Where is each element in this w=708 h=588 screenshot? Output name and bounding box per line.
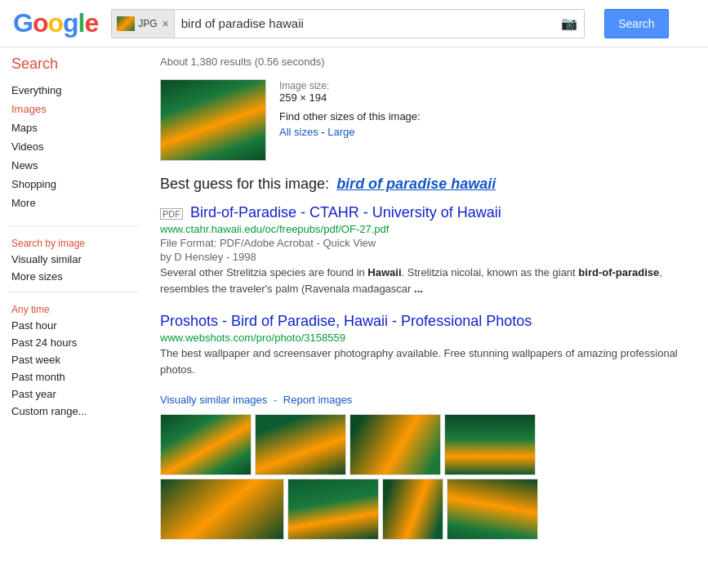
image-grid-row-2 [160, 479, 695, 540]
search-result-2: Proshots - Bird of Paradise, Hawaii - Pr… [160, 313, 695, 377]
sidebar-item-more-sizes[interactable]: More sizes [8, 268, 139, 285]
time-past-month[interactable]: Past month [8, 368, 139, 385]
similar-image-7[interactable] [382, 479, 443, 540]
queried-image-preview[interactable] [160, 79, 266, 161]
sidebar-item-everything[interactable]: Everything [8, 81, 139, 100]
similar-image-5[interactable] [160, 479, 284, 540]
result-1-snippet: Several other Strelitzia species are fou… [160, 265, 695, 296]
result-2-title: Proshots - Bird of Paradise, Hawaii - Pr… [160, 313, 695, 330]
time-past-year[interactable]: Past year [8, 385, 139, 403]
result-2-url: www.webshots.com/pro/photo/3158559 [160, 332, 695, 344]
similar-image-1[interactable] [160, 414, 252, 475]
search-bar: JPG × 📷 [111, 9, 585, 38]
result-1-by: by D Hensley - 1998 [160, 251, 695, 263]
time-past-hour[interactable]: Past hour [8, 317, 139, 334]
best-guess-link[interactable]: bird of paradise hawaii [336, 176, 496, 192]
result-2-snippet: The best wallpaper and screensaver photo… [160, 345, 695, 377]
report-images-link[interactable]: Report images [283, 394, 353, 406]
sidebar-item-videos[interactable]: Videos [8, 137, 139, 156]
image-info-box: Image size: 259 × 194 Find other sizes o… [160, 79, 695, 161]
time-past-24-hours[interactable]: Past 24 hours [8, 334, 139, 351]
similar-image-6[interactable] [287, 479, 379, 540]
header: Google JPG × 📷 Search [0, 0, 708, 47]
sidebar-item-maps[interactable]: Maps [8, 118, 139, 137]
find-other-links: All sizes - Large [279, 126, 421, 138]
pdf-tag: PDF [160, 208, 183, 220]
content: About 1,380 results (0.56 seconds) Image… [147, 56, 708, 543]
image-size-value: 259 × 194 [279, 91, 421, 104]
search-button[interactable]: Search [604, 9, 668, 38]
large-link[interactable]: Large [327, 126, 354, 138]
result-1-meta: File Format: PDF/Adobe Acrobat - Quick V… [160, 237, 695, 249]
thumbnail-image [117, 16, 135, 31]
search-thumbnail: JPG × [112, 10, 175, 38]
result-1-title: PDF Bird-of-Paradise - CTAHR - Universit… [160, 204, 695, 221]
google-logo[interactable]: Google [13, 8, 98, 38]
similar-image-2[interactable] [255, 414, 346, 475]
image-grid-row-1 [160, 414, 695, 475]
best-guess-prefix: Best guess for this image: [160, 176, 329, 192]
sidebar: Search Everything Images Maps Videos New… [0, 56, 147, 543]
result-1-url: www.ctahr.hawaii.edu/oc/freepubs/pdf/OF-… [160, 223, 695, 235]
similar-image-3[interactable] [350, 414, 441, 475]
sidebar-item-images[interactable]: Images [8, 100, 139, 118]
time-past-week[interactable]: Past week [8, 351, 139, 368]
find-other-label: Find other sizes of this image: [279, 110, 421, 122]
thumbnail-label: JPG [138, 18, 157, 29]
sidebar-item-more[interactable]: More [8, 194, 139, 212]
time-filter-title: Any time [8, 299, 139, 317]
visually-similar-link[interactable]: Visually similar images [160, 394, 267, 406]
search-by-image-title: Search by image [8, 233, 139, 251]
visual-similar-header: Visually similar images - Report images [160, 394, 695, 406]
sidebar-nav: Everything Images Maps Videos News Shopp… [8, 81, 139, 212]
search-result-1: PDF Bird-of-Paradise - CTAHR - Universit… [160, 204, 695, 296]
sidebar-divider-2 [8, 292, 139, 292]
thumbnail-close-button[interactable]: × [163, 17, 169, 30]
all-sizes-link[interactable]: All sizes [279, 126, 318, 138]
sidebar-item-visually-similar[interactable]: Visually similar [8, 251, 139, 268]
time-custom-range[interactable]: Custom range... [8, 403, 139, 420]
similar-image-4[interactable] [444, 414, 536, 475]
image-size-label: Image size: [279, 80, 329, 91]
sidebar-title: Search [8, 56, 139, 73]
sidebar-item-shopping[interactable]: Shopping [8, 175, 139, 194]
similar-image-8[interactable] [447, 479, 538, 540]
camera-icon[interactable]: 📷 [554, 16, 584, 31]
result-1-link[interactable]: Bird-of-Paradise - CTAHR - University of… [190, 204, 501, 220]
sidebar-divider [8, 225, 139, 226]
result-2-link[interactable]: Proshots - Bird of Paradise, Hawaii - Pr… [160, 313, 532, 329]
image-meta: Image size: 259 × 194 Find other sizes o… [279, 79, 421, 161]
search-input[interactable] [175, 16, 554, 30]
sidebar-item-news[interactable]: News [8, 156, 139, 175]
separator: - [274, 394, 280, 406]
main-layout: Search Everything Images Maps Videos New… [0, 47, 708, 543]
result-stats: About 1,380 results (0.56 seconds) [160, 56, 695, 68]
best-guess: Best guess for this image: bird of parad… [160, 176, 695, 193]
